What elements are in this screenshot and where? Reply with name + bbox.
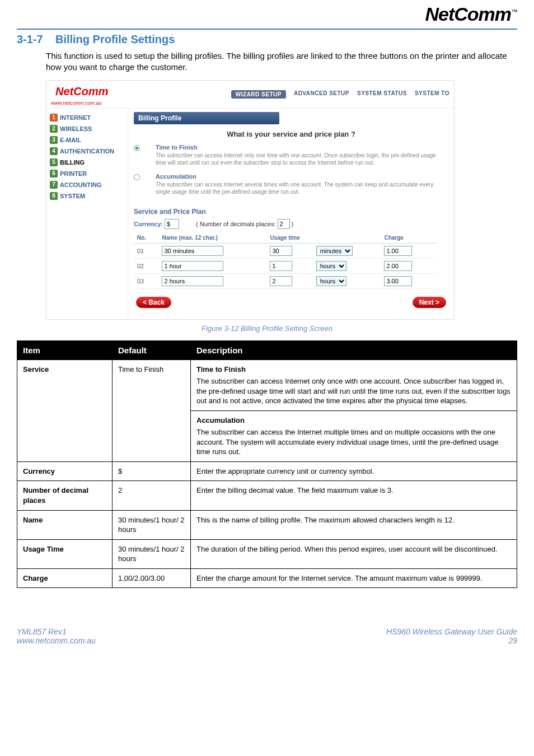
footer-left2: www.netcomm.com.au	[17, 636, 96, 645]
scr-sidebar: 1INTERNET 2WIRELESS 3E-MAIL 4AUTHENTICAT…	[46, 109, 128, 319]
radio-icon	[134, 174, 140, 180]
opt2-title: Accumulation	[156, 173, 443, 180]
row-item: Charge	[23, 574, 48, 582]
charge-input[interactable]	[384, 276, 412, 286]
opt1-title: Time to Finish	[156, 144, 443, 151]
table-row: 03 hours	[134, 273, 436, 288]
tab-advanced-setup[interactable]: ADVANCED SETUP	[294, 90, 349, 99]
col-charge: Charge	[381, 232, 435, 244]
page-footer: YML857 Rev1 www.netcomm.com.au HS960 Wir…	[17, 627, 517, 645]
footer-left1: YML857 Rev1	[17, 627, 96, 636]
row-default: $	[113, 461, 191, 481]
sidebar-item-internet[interactable]: 1INTERNET	[49, 112, 125, 123]
table-row: Charge 1.00/2.00/3.00 Enter the charge a…	[17, 568, 517, 588]
scr-tabs: WIZARD SETUP ADVANCED SETUP SYSTEM STATU…	[231, 90, 449, 99]
table-row: 02 hours	[134, 258, 436, 273]
charge-input[interactable]	[384, 246, 412, 256]
col-usage: Usage time	[266, 232, 381, 244]
name-input[interactable]	[162, 246, 223, 256]
row-item: Name	[23, 516, 43, 524]
row-item: Usage Time	[23, 545, 64, 553]
tab-system-to[interactable]: SYSTEM TO	[415, 90, 449, 99]
row-default: 30 minutes/1 hour/ 2 hours	[113, 510, 191, 539]
row-item: Currency	[23, 467, 55, 475]
footer-right1: HS960 Wireless Gateway User Guide	[386, 627, 517, 636]
decimals-input[interactable]	[278, 219, 290, 229]
sidebar-item-billing[interactable]: 5BILLING	[49, 157, 125, 168]
row-item: Service	[23, 365, 49, 374]
unit-select[interactable]: hours	[316, 276, 346, 286]
name-input[interactable]	[162, 276, 223, 286]
top-rule	[17, 29, 517, 30]
opt2-desc: The subscriber can access Internet sever…	[156, 181, 443, 195]
table-row: Number of decimal places 2 Enter the bil…	[17, 481, 517, 510]
row-desc: Enter the appropriate currency unit or c…	[191, 461, 517, 481]
back-button[interactable]: < Back	[136, 297, 171, 308]
table-row: Usage Time 30 minutes/1 hour/ 2 hours Th…	[17, 539, 517, 568]
sidebar-item-system[interactable]: 8SYSTEM	[49, 190, 125, 202]
service-plan-heading: Service and Price Plan	[134, 208, 448, 216]
row-desc: The duration of the billing period. When…	[191, 539, 517, 568]
row-default: 30 minutes/1 hour/ 2 hours	[113, 539, 191, 568]
qty-input[interactable]	[270, 246, 292, 256]
table-row: Name 30 minutes/1 hour/ 2 hours This is …	[17, 510, 517, 539]
charge-input[interactable]	[384, 261, 412, 271]
sidebar-item-email[interactable]: 3E-MAIL	[49, 134, 125, 146]
panel-title: Billing Profile	[134, 112, 279, 124]
th-desc: Description	[191, 340, 517, 360]
qty-input[interactable]	[270, 276, 292, 286]
row-desc: Time to Finish The subscriber can access…	[191, 360, 517, 461]
unit-select[interactable]: hours	[316, 261, 346, 271]
name-input[interactable]	[162, 261, 223, 271]
sidebar-item-authentication[interactable]: 4AUTHENTICATION	[49, 146, 125, 157]
service-question: What is your service and price plan ?	[134, 130, 448, 138]
scr-logo: NetComm	[51, 83, 113, 100]
desc-body: The subscriber can access Internet only …	[196, 377, 510, 405]
figure-caption: Figure 3-12 Billing Profile Setting Scre…	[17, 324, 517, 333]
desc-body: The subscriber can access the Internet m…	[196, 428, 499, 456]
th-item: Item	[17, 340, 113, 360]
tab-wizard-setup[interactable]: WIZARD SETUP	[231, 90, 286, 99]
qty-input[interactable]	[270, 261, 292, 271]
section-title: Billing Profile Settings	[55, 33, 175, 45]
row-default: Time to Finish	[113, 360, 191, 461]
opt1-desc: The subscriber can access Internet only …	[156, 152, 443, 166]
radio-icon	[134, 145, 140, 151]
row-default: 1.00/2.00/3.00	[113, 568, 191, 588]
scr-url: www.netcomm.com.au	[51, 100, 113, 106]
section-heading: 3-1-7 Billing Profile Settings	[17, 33, 517, 46]
radio-time-to-finish[interactable]: Time to Finish The subscriber can access…	[134, 144, 448, 171]
col-no: No.	[134, 232, 158, 244]
table-row: 01 minutes	[134, 243, 436, 258]
row-desc: Enter the charge amount for the Internet…	[191, 568, 517, 588]
currency-input[interactable]	[165, 219, 179, 229]
currency-label: Currency:	[134, 221, 163, 227]
decimals-close: )	[292, 221, 294, 227]
row-item: Number of decimal places	[23, 486, 88, 505]
row-default: 2	[113, 481, 191, 510]
unit-select[interactable]: minutes	[316, 246, 353, 256]
intro-paragraph: This function is used to setup the billi…	[17, 50, 517, 73]
tab-system-status[interactable]: SYSTEM STATUS	[357, 90, 407, 99]
decimals-label: ( Number of decimals places:	[196, 221, 275, 227]
footer-page-number: 29	[386, 636, 517, 645]
doc-table: Item Default Description Service Time to…	[17, 340, 517, 589]
embedded-screenshot: NetComm www.netcomm.com.au WIZARD SETUP …	[46, 80, 455, 320]
logo-tm: ™	[511, 8, 517, 16]
row-desc: Enter the billing decimal value. The fie…	[191, 481, 517, 510]
row-desc: This is the name of billing profile. The…	[191, 510, 517, 539]
section-number: 3-1-7	[17, 33, 43, 45]
th-default: Default	[113, 340, 191, 360]
sidebar-item-wireless[interactable]: 2WIRELESS	[49, 123, 125, 134]
col-name: Name (max. 12 char.)	[158, 232, 266, 244]
logo-text: NetComm	[425, 3, 511, 25]
table-row: Service Time to Finish Time to Finish Th…	[17, 360, 517, 461]
price-plan-table: No. Name (max. 12 char.) Usage time Char…	[134, 232, 436, 289]
desc-head: Accumulation	[196, 416, 511, 426]
sidebar-item-accounting[interactable]: 7ACCOUNTING	[49, 179, 125, 190]
next-button[interactable]: Next >	[413, 297, 446, 308]
sidebar-item-printer[interactable]: 6PRINTER	[49, 168, 125, 179]
table-row: Currency $ Enter the appropriate currenc…	[17, 461, 517, 481]
desc-head: Time to Finish	[196, 365, 511, 375]
radio-accumulation[interactable]: Accumulation The subscriber can access I…	[134, 173, 448, 200]
